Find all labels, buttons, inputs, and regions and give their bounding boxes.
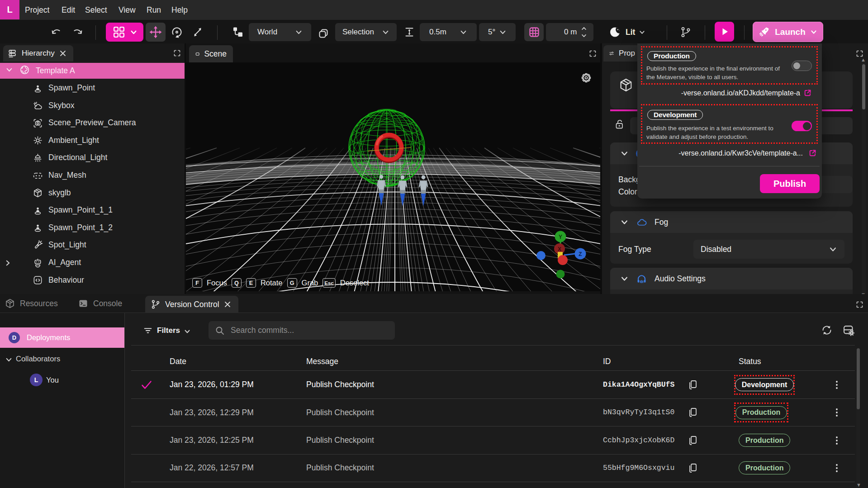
svg-text:Y: Y (559, 234, 562, 240)
svg-text:Z: Z (579, 251, 582, 257)
svg-text:X: X (558, 246, 561, 252)
